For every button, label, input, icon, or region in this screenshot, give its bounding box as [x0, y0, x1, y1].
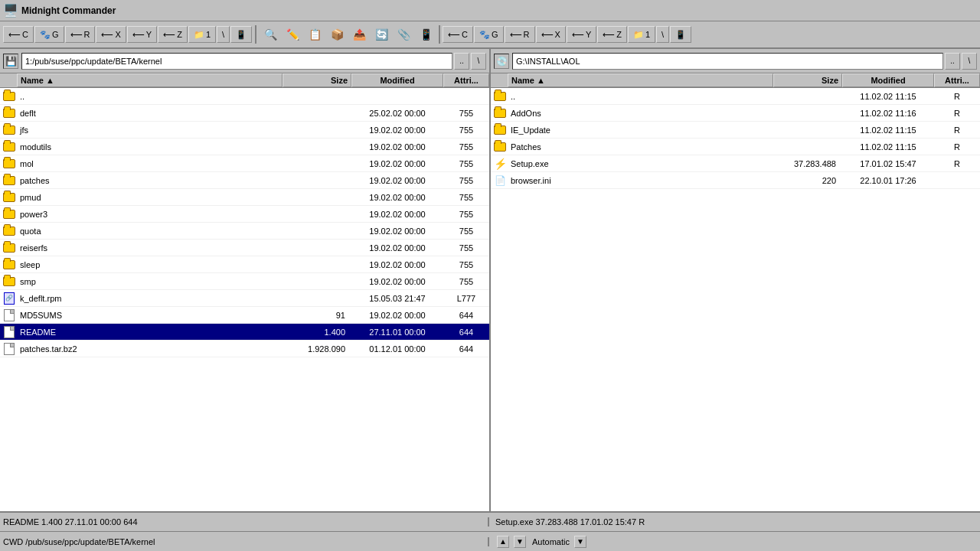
toolbar-btn-phone[interactable]: 📱 [230, 26, 252, 43]
toolbar-btn-edit[interactable]: ✏️ [282, 24, 303, 45]
file-name-cell: README [17, 328, 283, 337]
table-row[interactable]: jfs 19.02.02 00:00 755 [0, 122, 489, 139]
toolbar-btn-tools[interactable]: 🔍 [260, 24, 281, 45]
file-modified-cell: 01.12.01 00:00 [351, 344, 443, 354]
table-row[interactable]: patches.tar.bz2 1.928.090 01.12.01 00:00… [0, 341, 489, 357]
table-row[interactable]: .. 11.02.02 11:15 R [491, 88, 980, 105]
link-icon: 📎 [397, 28, 410, 41]
toolbar-btn-z2[interactable]: ⟵ Z [597, 26, 627, 43]
file-name-cell: browser.ini [508, 176, 773, 185]
toolbar-btn-slash2[interactable]: \ [656, 26, 669, 43]
cwd-bar: CWD /pub/suse/ppc/update/BETA/kernel ▲ ▼… [0, 531, 980, 551]
table-row[interactable]: AddOns 11.02.02 11:16 R [491, 105, 980, 122]
file-attri-cell: 644 [443, 344, 489, 354]
left-panel-header: Name ▲ Size Modified Attri... [0, 73, 489, 88]
toolbar-right-group: 🔍 ✏️ 📋 📦 📤 🔄 📎 📱 ⟵ C 🐾 G ⟵ R ⟵ X ⟵ Y ⟵ Z… [260, 24, 691, 45]
right-path-expand-btn[interactable]: .. [945, 53, 960, 70]
left-col-attri[interactable]: Attri... [443, 73, 489, 87]
toolbar-btn-x2[interactable]: ⟵ X [536, 26, 566, 43]
table-row[interactable]: ⚡ Setup.exe 37.283.488 17.01.02 15:47 R [491, 155, 980, 172]
toolbar-btn-link[interactable]: 📎 [393, 24, 414, 45]
toolbar-btn-12[interactable]: 📁 1 [628, 26, 655, 43]
file-icon-cell [2, 156, 17, 171]
left-col-name[interactable]: Name ▲ [17, 73, 283, 87]
toolbar-btn-r[interactable]: ⟵ R [65, 26, 96, 43]
folder-icon [3, 277, 15, 286]
file-icon-cell [492, 139, 508, 155]
table-row[interactable]: Patches 11.02.02 11:15 R [491, 139, 980, 155]
table-row[interactable]: reiserfs 19.02.02 00:00 755 [0, 240, 489, 256]
folder-icon [3, 193, 15, 202]
cwd-up-btn[interactable]: ▲ [497, 536, 509, 548]
toolbar-btn-phone3[interactable]: 📱 [670, 26, 691, 43]
toolbar-btn-slash[interactable]: \ [217, 26, 230, 43]
file-attri-cell: R [934, 159, 980, 168]
left-drive-icon[interactable]: 💾 [3, 54, 18, 69]
table-row[interactable]: patches 19.02.02 00:00 755 [0, 172, 489, 189]
file-modified-cell: 19.02.02 00:00 [351, 176, 443, 185]
table-row[interactable]: .. [0, 88, 489, 105]
table-row[interactable]: sleep 19.02.02 00:00 755 [0, 256, 489, 273]
table-row[interactable]: 🔗 k_deflt.rpm 15.05.03 21:47 L777 [0, 290, 489, 307]
toolbar-btn-phone2[interactable]: 📱 [415, 24, 436, 45]
table-row[interactable]: 📄 browser.ini 220 22.10.01 17:26 [491, 172, 980, 189]
toolbar-separator-1 [255, 25, 256, 44]
file-icon-cell [2, 190, 17, 205]
left-col-modified[interactable]: Modified [351, 73, 443, 87]
cwd-text: CWD /pub/suse/ppc/update/BETA/kernel [3, 537, 155, 546]
toolbar-btn-g[interactable]: 🐾 G [34, 26, 64, 43]
file-modified-cell: 19.02.02 00:00 [351, 260, 443, 269]
table-row[interactable]: README 1.400 27.11.01 00:00 644 [0, 324, 489, 341]
left-path-display: 1:/pub/suse/ppc/update/BETA/kernel [21, 53, 452, 70]
right-col-attri[interactable]: Attri... [934, 73, 980, 87]
right-col-modified[interactable]: Modified [842, 73, 934, 87]
file-icon-cell [2, 106, 17, 121]
file-attri-cell: 755 [443, 142, 489, 152]
app-title: Midnight Commander [21, 5, 116, 16]
file-name-cell: patches [17, 176, 283, 185]
right-drive-icon[interactable]: 💿 [494, 54, 509, 69]
folder-icon [3, 260, 15, 269]
toolbar-btn-y[interactable]: ⟵ Y [127, 26, 157, 43]
toolbar-btn-x[interactable]: ⟵ X [96, 26, 126, 43]
toolbar-btn-z[interactable]: ⟵ Z [158, 26, 188, 43]
table-row[interactable]: power3 19.02.02 00:00 755 [0, 206, 489, 223]
toolbar-btn-upload[interactable]: 📤 [348, 24, 370, 45]
cwd-mode-label: Automatic [532, 537, 570, 546]
file-name-cell: AddOns [508, 109, 773, 118]
cwd-down-btn[interactable]: ▼ [514, 536, 526, 548]
toolbar-btn-g2[interactable]: 🐾 G [474, 26, 504, 43]
toolbar-btn-c2[interactable]: ⟵ C [443, 26, 473, 43]
file-name-cell: power3 [17, 210, 283, 219]
table-row[interactable]: modutils 19.02.02 00:00 755 [0, 139, 489, 155]
cwd-dropdown-btn[interactable]: ▼ [574, 536, 586, 548]
file-modified-cell: 11.02.02 11:15 [842, 142, 934, 152]
table-row[interactable]: smp 19.02.02 00:00 755 [0, 273, 489, 290]
toolbar-btn-arrow-c[interactable]: ⟵ C [3, 26, 34, 43]
file-name-cell: k_deflt.rpm [17, 294, 283, 303]
toolbar-btn-copy[interactable]: 📋 [304, 24, 325, 45]
left-drive-section: 💾 1:/pub/suse/ppc/update/BETA/kernel .. … [0, 49, 491, 73]
toolbar-btn-1[interactable]: 📁 1 [188, 26, 216, 43]
table-row[interactable]: deflt 25.02.02 00:00 755 [0, 105, 489, 122]
table-row[interactable]: quota 19.02.02 00:00 755 [0, 223, 489, 240]
left-col-size[interactable]: Size [283, 73, 351, 87]
toolbar-btn-y2[interactable]: ⟵ Y [567, 26, 596, 43]
table-row[interactable]: MD5SUMS 91 19.02.02 00:00 644 [0, 307, 489, 324]
toolbar-btn-r2[interactable]: ⟵ R [505, 26, 535, 43]
folder-icon [3, 142, 15, 152]
right-col-name[interactable]: Name ▲ [508, 73, 773, 87]
left-path-slash-btn[interactable]: \ [471, 53, 486, 70]
status-right: Setup.exe 37.283.488 17.01.02 15:47 R [489, 517, 977, 527]
table-row[interactable]: IE_Update 11.02.02 11:15 R [491, 122, 980, 139]
left-path-expand-btn[interactable]: .. [454, 53, 469, 70]
file-modified-cell: 19.02.02 00:00 [351, 159, 443, 168]
right-path-slash-btn[interactable]: \ [962, 53, 977, 70]
right-icon-spacer [491, 73, 508, 87]
toolbar-btn-package[interactable]: 📦 [326, 24, 348, 45]
toolbar-btn-refresh[interactable]: 🔄 [371, 24, 392, 45]
right-col-size[interactable]: Size [773, 73, 842, 87]
table-row[interactable]: pmud 19.02.02 00:00 755 [0, 189, 489, 206]
table-row[interactable]: mol 19.02.02 00:00 755 [0, 155, 489, 172]
file-size-cell: 1.400 [283, 328, 351, 337]
